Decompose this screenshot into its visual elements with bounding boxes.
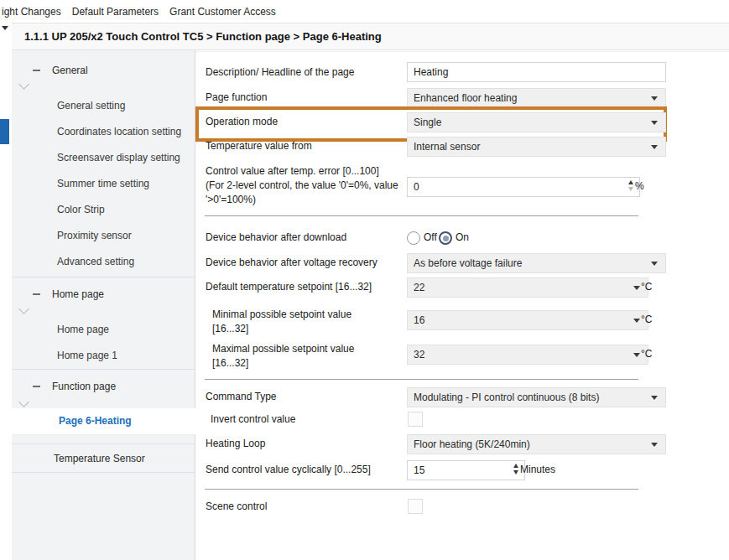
field-label-default-setpoint: Default temperature setpoint [16...32] <box>206 277 372 296</box>
collapsed-side-panel <box>0 23 12 560</box>
spinner-down-icon[interactable] <box>628 187 633 191</box>
invert-control-checkbox[interactable] <box>408 412 423 427</box>
radio-on[interactable] <box>439 231 452 245</box>
unit-label-minutes: Minutes <box>520 460 555 479</box>
field-label-min-setpoint-line1: Minimal possible setpoint value <box>212 308 351 322</box>
temperature-value-from-dropdown[interactable]: Internal sensor <box>407 137 666 157</box>
chevron-down-icon <box>633 286 640 290</box>
command-type-dropdown[interactable]: Modulating - PI control continuous (8 bi… <box>407 387 666 407</box>
field-label-max-setpoint-line2: [16...32] <box>212 356 248 371</box>
field-label-description: Description/ Headline of the page <box>206 63 354 81</box>
spinner-up-icon[interactable] <box>513 464 518 468</box>
field-label-page-function: Page function <box>206 88 267 106</box>
radio-off-label[interactable]: Off <box>424 228 437 246</box>
min-setpoint-dropdown[interactable]: 16 <box>407 310 648 330</box>
chevron-down-icon <box>633 319 640 323</box>
field-label-control-value-line3: '>0'=100%) <box>206 193 256 207</box>
collapse-icon[interactable] <box>33 386 40 387</box>
section-divider <box>205 379 638 380</box>
sidebar-item-coordinates-location-setting[interactable]: Coordinates location setting <box>12 118 195 144</box>
heating-loop-dropdown[interactable]: Floor heating (5K/240min) <box>407 434 666 454</box>
ets-parameter-window: ight Changes Default Parameters Grant Cu… <box>0 0 729 560</box>
field-label-device-behavior-download: Device behavior after download <box>206 228 346 246</box>
max-setpoint-value: 32 <box>414 349 424 360</box>
control-value-spinner[interactable]: 0 <box>407 177 640 197</box>
sidebar-item-home-page-1[interactable]: Home page 1 <box>12 342 195 368</box>
sidebar-item-label: Screensaver display setting <box>57 152 180 163</box>
sidebar-group-function-page[interactable]: Function page <box>12 371 195 402</box>
spinner-buttons[interactable] <box>513 464 518 474</box>
field-label-invert-control: Invert control value <box>211 410 295 428</box>
panel-tab-indicator <box>0 119 9 144</box>
max-setpoint-dropdown[interactable]: 32 <box>407 345 648 365</box>
voltage-recovery-value: As before voltage failure <box>414 257 522 269</box>
unit-label-celsius: °C <box>641 310 652 329</box>
spinner-buttons[interactable] <box>628 180 633 191</box>
collapse-icon[interactable] <box>33 70 40 71</box>
chevron-down-icon <box>651 96 658 101</box>
page-function-dropdown[interactable]: Enhanced floor heating <box>407 88 666 108</box>
field-label-min-setpoint-line2: [16...32] <box>212 322 248 336</box>
sidebar-item-label: Temperature Sensor <box>54 453 145 464</box>
field-label-control-value-line1: Control value after temp. error [0...100… <box>206 164 379 179</box>
sidebar-item-advanced-setting[interactable]: Advanced setting <box>12 248 195 274</box>
sidebar-item-summer-time-setting[interactable]: Summer time setting <box>12 170 195 196</box>
spinner-down-icon[interactable] <box>513 470 518 474</box>
description-input[interactable]: Heating <box>407 62 666 82</box>
voltage-recovery-dropdown[interactable]: As before voltage failure <box>407 253 666 273</box>
field-label-operation-mode: Operation mode <box>206 112 278 131</box>
chevron-down-icon <box>651 145 658 149</box>
default-setpoint-value: 22 <box>414 282 424 293</box>
heating-loop-value: Floor heating (5K/240min) <box>414 438 530 450</box>
breadcrumb: 1.1.1 UP 205/x2 Touch Control TC5 > Func… <box>24 30 382 43</box>
control-value-value: 0 <box>414 181 419 193</box>
menu-item-default-parameters[interactable]: Default Parameters <box>72 6 159 18</box>
description-value: Heating <box>414 66 448 78</box>
spinner-up-icon[interactable] <box>628 180 633 184</box>
sidebar-item-temperature-sensor[interactable]: Temperature Sensor <box>12 444 195 472</box>
sidebar-item-label: General setting <box>57 100 125 111</box>
sidebar-group-general[interactable]: General <box>12 54 195 87</box>
sidebar-item-label: Coordinates location setting <box>57 126 181 137</box>
temperature-value-from-value: Internal sensor <box>414 141 480 153</box>
sidebar-item-label: Advanced setting <box>57 256 134 267</box>
sidebar-divider <box>12 277 195 277</box>
sidebar-group-home-page[interactable]: Home page <box>12 278 195 310</box>
sidebar-item-label: Proximity sensor <box>57 230 132 241</box>
chevron-down-icon <box>633 353 640 357</box>
chevron-down-icon <box>651 121 658 125</box>
menu-item-grant-customer-access[interactable]: Grant Customer Access <box>169 6 276 18</box>
unit-label-celsius: °C <box>641 277 652 296</box>
send-cyclically-spinner[interactable]: 15 <box>407 460 525 480</box>
radio-off[interactable] <box>407 231 420 245</box>
sidebar-item-label: Page 6-Heating <box>59 408 132 434</box>
chevron-down-icon <box>651 396 658 400</box>
sidebar-item-general-setting[interactable]: General setting <box>12 92 195 118</box>
sidebar-item-proximity-sensor[interactable]: Proximity sensor <box>12 222 195 248</box>
panel-top-divider <box>195 51 729 52</box>
sidebar-item-screensaver-display-setting[interactable]: Screensaver display setting <box>12 144 195 170</box>
sidebar-item-home-page[interactable]: Home page <box>12 316 195 342</box>
collapse-icon[interactable] <box>33 293 40 295</box>
min-setpoint-value: 16 <box>414 314 424 326</box>
sidebar-divider <box>12 369 195 370</box>
sidebar-item-label: Home page <box>57 324 109 335</box>
header-bar: 1.1.1 UP 205/x2 Touch Control TC5 > Func… <box>12 23 729 50</box>
chevron-down-icon[interactable] <box>2 26 8 30</box>
radio-on-label[interactable]: On <box>456 228 469 246</box>
field-label-heating-loop: Heating Loop <box>206 434 265 453</box>
sidebar-group-label: Function page <box>52 381 116 392</box>
sidebar-item-color-strip[interactable]: Color Strip <box>12 196 195 222</box>
sidebar-group-label: Home page <box>52 288 104 300</box>
scene-control-checkbox[interactable] <box>408 499 423 514</box>
send-cyclically-value: 15 <box>414 464 424 476</box>
sidebar-item-page-6-heating[interactable]: Page 6-Heating <box>12 408 196 435</box>
field-label-voltage-recovery: Device behavior after voltage recovery <box>206 253 378 272</box>
default-setpoint-dropdown[interactable]: 22 <box>407 277 648 298</box>
chevron-down-icon <box>651 443 658 447</box>
chevron-down-icon <box>651 262 658 266</box>
operation-mode-dropdown[interactable]: Single <box>407 112 666 132</box>
field-label-command-type: Command Type <box>206 387 277 406</box>
menu-item-highlight-changes[interactable]: ight Changes <box>2 6 61 18</box>
field-label-scene-control: Scene control <box>206 497 267 516</box>
